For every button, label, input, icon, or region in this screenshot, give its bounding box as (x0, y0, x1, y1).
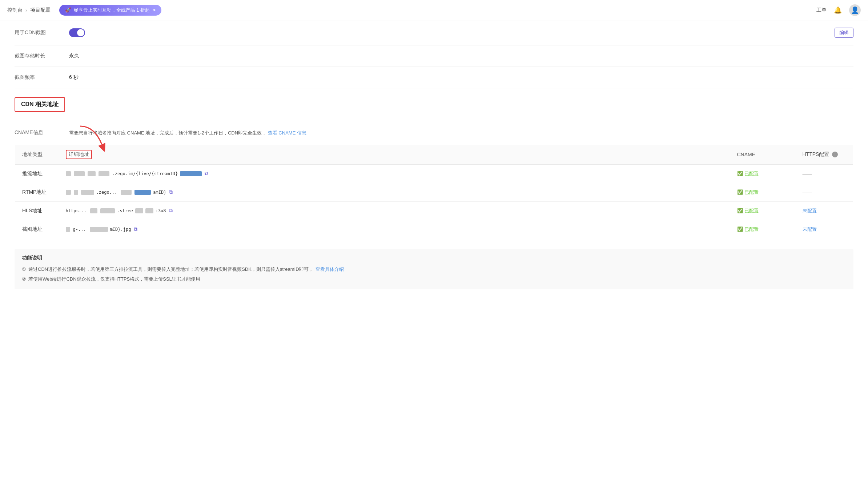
row1-https-status: —— (803, 171, 812, 177)
blur8 (121, 190, 132, 195)
breadcrumb-project-config[interactable]: 项目配置 (30, 7, 51, 13)
row3-cname: 已配置 (730, 201, 795, 220)
row1-cname-status: 已配置 (737, 170, 788, 177)
storage-duration-row: 截图存储时长 永久 (15, 45, 853, 67)
promo-text: 畅享云上实时互动，全线产品 1 折起 (74, 7, 150, 13)
blur2 (74, 171, 85, 176)
row2-https-status: —— (803, 190, 812, 195)
th-https: HTTPS配置 i (795, 144, 853, 164)
user-avatar[interactable]: 👤 (849, 4, 861, 16)
row1-url-display: .zego.im/{live/{streamID} ⧉ (66, 170, 723, 177)
table-header: 地址类型 详细地址 CNAME HTTPS配置 i (15, 144, 853, 164)
main-content: 用于CDN截图 编辑 截图存储时长 永久 截图频率 6 秒 CDN 相关地址 C… (0, 20, 868, 490)
row2-https: —— (795, 183, 853, 201)
cname-info-row: CNAME信息 需要您自行将域名指向对应 CNAME 地址，完成后，预计需要1-… (15, 125, 853, 144)
promo-icon: 🚀 (65, 7, 71, 13)
row3-type: HLS地址 (15, 201, 59, 220)
row3-https: 未配置 (795, 201, 853, 220)
table-row: 截图地址 g-... mID}.jpg ⧉ (15, 220, 853, 238)
blur5 (66, 190, 71, 195)
storage-duration-value: 永久 (69, 53, 79, 59)
cdn-section-title-container: CDN 相关地址 (15, 97, 853, 119)
blur1 (66, 171, 71, 176)
cdn-section-title: CDN 相关地址 (15, 97, 65, 112)
row1-copy-icon[interactable]: ⧉ (205, 170, 208, 177)
feature-desc-title: 功能说明 (22, 255, 846, 261)
row3-url-text3: i3u8 (156, 208, 166, 213)
cname-label: CNAME信息 (15, 129, 58, 136)
table-row: RTMP地址 .zego... amID} ⧉ (15, 183, 853, 201)
row4-https-status[interactable]: 未配置 (803, 226, 817, 232)
row3-cname-status: 已配置 (737, 208, 788, 214)
row3-url-display: https... .stree i3u8 ⧉ (66, 208, 723, 214)
row2-url-text2: amID} (153, 190, 166, 195)
feature-desc-item1-text: 通过CDN进行推拉流服务时，若使用第三方推拉流工具，则需要传入完整地址；若使用即… (28, 265, 313, 273)
blur7 (81, 190, 94, 195)
blur9 (90, 208, 97, 213)
row1-url: .zego.im/{live/{streamID} ⧉ (59, 164, 730, 183)
feature-desc-link1[interactable]: 查看具体介绍 (316, 265, 344, 273)
blur3 (88, 171, 96, 176)
cdn-section: CDN 相关地址 CNAME信息 需要您自行将域名指向对应 CNAME 地址，完… (15, 97, 853, 289)
row1-type: 推流地址 (15, 164, 59, 183)
th-https-text: HTTPS配置 (803, 151, 829, 158)
row2-url-display: .zego... amID} ⧉ (66, 189, 723, 195)
row2-url-text1: .zego... (96, 190, 117, 195)
row4-copy-icon[interactable]: ⧉ (134, 226, 137, 232)
row4-url-text1: g-... (73, 227, 86, 232)
table-row: HLS地址 https... .stree i3u8 (15, 201, 853, 220)
screenshot-rate-label: 截图频率 (15, 74, 58, 81)
cdn-screenshot-edit-button[interactable]: 编辑 (835, 28, 853, 38)
cdn-screenshot-toggle[interactable] (69, 28, 85, 37)
table-body: 推流地址 .zego.im/{live/{streamID} ⧉ (15, 164, 853, 238)
feature-desc-item2: ② 若使用Web端进行CDN观众拉流，仅支持HTTPS格式，需要上传SSL证书才… (22, 275, 846, 283)
row3-url-text1: https... (66, 208, 87, 213)
cname-desc: 需要您自行将域名指向对应 CNAME 地址，完成后，预计需要1-2个工作日，CD… (69, 129, 306, 137)
row4-cname-status: 已配置 (737, 226, 788, 233)
feature-desc-item2-text: 若使用Web端进行CDN观众拉流，仅支持HTTPS格式，需要上传SSL证书才能使… (28, 275, 200, 283)
cdn-screenshot-label: 用于CDN截图 (15, 29, 58, 36)
row2-type: RTMP地址 (15, 183, 59, 201)
row2-url: .zego... amID} ⧉ (59, 183, 730, 201)
row3-copy-icon[interactable]: ⧉ (169, 208, 173, 214)
breadcrumb-control-panel[interactable]: 控制台 (7, 7, 23, 13)
cdn-screenshot-switch[interactable] (69, 28, 85, 37)
cname-link[interactable]: 查看 CNAME 信息 (268, 130, 306, 136)
blue-blur2 (134, 190, 151, 195)
topbar-right: 工单 🔔 👤 (816, 4, 861, 16)
circle2: ② (22, 275, 26, 283)
row1-url-text: .zego.im/{live/{streamID} (112, 171, 178, 176)
table-row: 推流地址 .zego.im/{live/{streamID} ⧉ (15, 164, 853, 183)
row2-cname: 已配置 (730, 183, 795, 201)
blur13 (66, 227, 70, 232)
cname-desc-text: 需要您自行将域名指向对应 CNAME 地址，完成后，预计需要1-2个工作日，CD… (69, 130, 266, 136)
row2-cname-status: 已配置 (737, 189, 788, 196)
row4-url: g-... mID}.jpg ⧉ (59, 220, 730, 238)
circle1: ① (22, 265, 26, 273)
https-info-icon[interactable]: i (832, 152, 838, 157)
row3-url-text2: .stree (117, 208, 133, 213)
workorder-button[interactable]: 工单 (816, 7, 827, 13)
th-cname: CNAME (730, 144, 795, 164)
row4-https: 未配置 (795, 220, 853, 238)
row1-https: —— (795, 164, 853, 183)
row3-https-status[interactable]: 未配置 (803, 208, 817, 213)
promo-banner[interactable]: 🚀 畅享云上实时互动，全线产品 1 折起 > (59, 5, 161, 16)
screenshot-rate-row: 截图频率 6 秒 (15, 67, 853, 88)
th-type: 地址类型 (15, 144, 59, 164)
breadcrumb: 控制台 › 项目配置 (7, 7, 51, 13)
th-detail-highlighted: 详细地址 (66, 150, 92, 159)
feature-desc-item1: ① 通过CDN进行推拉流服务时，若使用第三方推拉流工具，则需要传入完整地址；若使… (22, 265, 846, 273)
breadcrumb-separator: › (25, 7, 27, 13)
blur11 (135, 208, 143, 213)
storage-duration-label: 截图存储时长 (15, 53, 58, 59)
blur4 (99, 171, 109, 176)
promo-arrow: > (153, 7, 156, 13)
cdn-screenshot-row: 用于CDN截图 编辑 (15, 20, 853, 45)
bell-icon[interactable]: 🔔 (834, 6, 842, 14)
row4-url-text2: mID}.jpg (110, 227, 131, 232)
blur6 (74, 190, 78, 195)
row2-copy-icon[interactable]: ⧉ (169, 189, 173, 195)
row4-cname: 已配置 (730, 220, 795, 238)
blur12 (145, 208, 153, 213)
